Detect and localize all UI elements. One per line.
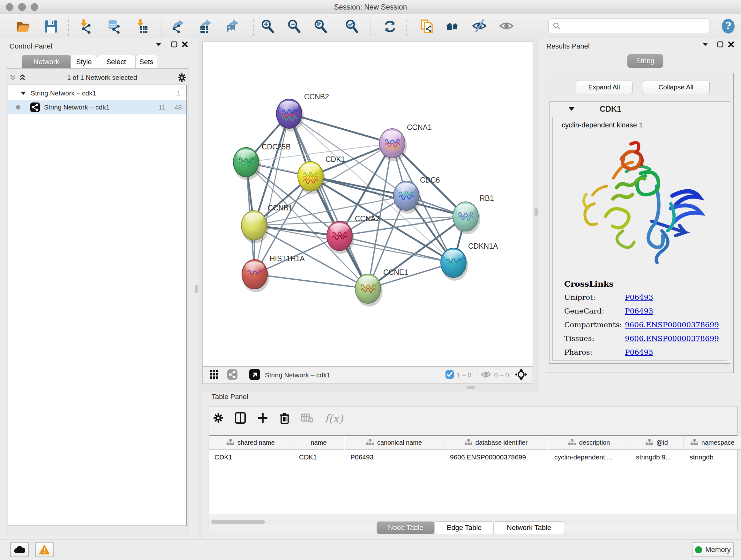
first-neighbors-button[interactable]	[444, 17, 462, 36]
cell-databaseidentifier[interactable]: 9606.ENSP00000378699	[444, 450, 548, 464]
export-network-button[interactable]	[168, 17, 187, 36]
column-header-description[interactable]: description	[549, 436, 630, 450]
memory-button[interactable]: Memory	[692, 543, 734, 557]
results-panel-float-button[interactable]	[716, 40, 725, 49]
collapse-all-networks-icon[interactable]	[8, 73, 17, 82]
string-view-icon[interactable]	[227, 369, 238, 381]
refresh-button[interactable]	[381, 17, 399, 36]
collapse-all-button[interactable]: Collapse All	[642, 80, 710, 94]
selected-checkbox-icon[interactable]	[445, 370, 454, 380]
cell-sharedname[interactable]: CDK1	[209, 450, 293, 464]
import-table-from-file-button[interactable]	[132, 17, 150, 36]
cell-description[interactable]: cyclin-dependent ...	[549, 450, 630, 464]
export-image-button[interactable]	[223, 17, 241, 36]
tab-style[interactable]: Style	[71, 55, 97, 68]
search-box[interactable]	[548, 18, 710, 33]
edge-HIST1H1A-CCNE1[interactable]	[255, 274, 368, 289]
new-network-from-selection-button[interactable]	[417, 17, 435, 36]
crosslink-row: Tissues:9606.ENSP00000378699	[564, 334, 719, 343]
node-CCNE1[interactable]: CCNE1	[355, 268, 408, 307]
cell-canonicalname[interactable]: P06493	[345, 450, 444, 464]
delete-column-icon[interactable]	[279, 412, 290, 425]
column-header-name[interactable]: name	[293, 436, 344, 450]
crosslink-link[interactable]: P06493	[625, 307, 653, 315]
collection-expand-icon[interactable]	[20, 91, 26, 96]
add-column-icon[interactable]	[257, 412, 268, 425]
tab-network-table[interactable]: Network Table	[494, 521, 564, 534]
selected-node-edge-count: 1 – 0	[457, 371, 472, 379]
open-session-button[interactable]	[14, 17, 32, 36]
table-options-gear-icon[interactable]	[213, 413, 224, 425]
cell-id[interactable]: stringdb:9...	[630, 450, 684, 464]
results-panel-menu-button[interactable]	[700, 40, 710, 49]
crosslink-row: Pharos:P06493	[564, 348, 719, 356]
column-header-canonicalname[interactable]: canonical name	[345, 436, 444, 450]
tab-network[interactable]: Network	[22, 55, 71, 68]
show-column-icon[interactable]	[234, 412, 246, 425]
node-HIST1H1A[interactable]: HIST1H1A	[242, 254, 305, 292]
save-session-button[interactable]	[42, 17, 60, 36]
scrollbar-thumb[interactable]	[211, 520, 265, 524]
control-panel-float-button[interactable]	[170, 40, 179, 49]
node-RB1[interactable]: RB1	[453, 194, 494, 234]
zoom-in-button[interactable]	[259, 17, 277, 36]
window-close-button[interactable]	[6, 3, 13, 11]
control-panel-close-button[interactable]	[180, 40, 190, 49]
network-collection-row[interactable]: String Network – cdk1 1	[8, 86, 186, 100]
tab-sets[interactable]: Sets	[135, 55, 157, 68]
warning-status-button[interactable]	[35, 543, 54, 557]
section-collapse-icon[interactable]	[568, 107, 575, 111]
node-CDKN1A[interactable]: CDKN1A	[441, 242, 498, 281]
show-all-button[interactable]	[497, 17, 516, 36]
new-network-from-selection-icon	[419, 19, 434, 34]
tab-edge-table[interactable]: Edge Table	[434, 521, 494, 534]
crosslink-link[interactable]: P06493	[625, 293, 653, 301]
hidden-eye-icon[interactable]	[481, 370, 491, 380]
cloud-status-button[interactable]	[10, 543, 29, 557]
expand-all-button[interactable]: Expand All	[576, 80, 632, 94]
expand-all-networks-icon[interactable]	[17, 73, 27, 82]
network-options-gear-icon[interactable]	[177, 73, 187, 82]
crosslink-link[interactable]: 9606.ENSP00000378699	[625, 334, 719, 343]
cell-name[interactable]: CDK1	[293, 450, 344, 464]
help-button[interactable]: ?	[719, 17, 737, 35]
column-header-namespace[interactable]: namespace	[684, 436, 741, 450]
tab-string[interactable]: String	[627, 54, 663, 68]
column-header-id[interactable]: @id	[630, 436, 684, 450]
crosslink-link[interactable]: P06493	[625, 348, 653, 356]
window-minimize-button[interactable]	[18, 3, 26, 11]
birdseye-view-icon[interactable]	[249, 369, 260, 381]
export-table-button[interactable]	[196, 17, 214, 36]
bottom-splitter-handle[interactable]	[467, 386, 475, 389]
tab-select[interactable]: Select	[97, 55, 135, 68]
node-CCNB1[interactable]: CCNB1	[241, 204, 293, 243]
window-zoom-button[interactable]	[30, 3, 38, 11]
column-header-sharedname[interactable]: shared name	[209, 436, 293, 450]
edge-CCNB2-HIST1H1A[interactable]	[255, 114, 289, 274]
cell-namespace[interactable]: stringdb	[684, 450, 741, 464]
protein-structure-image	[575, 135, 709, 272]
crosslink-row: GeneCard:P06493	[564, 307, 719, 315]
import-network-from-database-button[interactable]	[105, 17, 123, 36]
network-tab-content: 1 of 1 Network selected String Network –…	[6, 68, 189, 535]
open-session-icon	[15, 19, 30, 34]
results-panel-close-button[interactable]	[726, 40, 736, 49]
right-splitter-handle[interactable]	[535, 208, 538, 216]
search-input[interactable]	[561, 22, 701, 30]
network-canvas[interactable]: CCNB2CCNA1CDC25BCDK1CDC6RB1CCNB1CCNA2CDK…	[202, 42, 533, 367]
control-panel-menu-button[interactable]	[154, 40, 163, 49]
pan-mode-icon[interactable]	[515, 368, 528, 382]
zoom-selected-button[interactable]	[343, 17, 361, 36]
edge-CCNB2-CCNA1[interactable]	[289, 114, 392, 143]
hide-selected-button[interactable]	[470, 17, 488, 36]
column-header-databaseidentifier[interactable]: database identifier	[444, 436, 548, 450]
zoom-fit-content-button[interactable]	[312, 17, 330, 36]
network-row-selected[interactable]: String Network – cdk1 11 48	[8, 100, 186, 114]
import-network-from-file-button[interactable]	[75, 17, 93, 36]
edge-CDK1-RB1[interactable]	[311, 176, 466, 216]
left-splitter-handle[interactable]	[195, 285, 198, 293]
grid-view-icon[interactable]	[209, 369, 219, 381]
crosslink-link[interactable]: 9606.ENSP00000378699	[625, 320, 719, 329]
tab-node-table[interactable]: Node Table	[377, 521, 434, 534]
zoom-out-button[interactable]	[285, 17, 304, 36]
